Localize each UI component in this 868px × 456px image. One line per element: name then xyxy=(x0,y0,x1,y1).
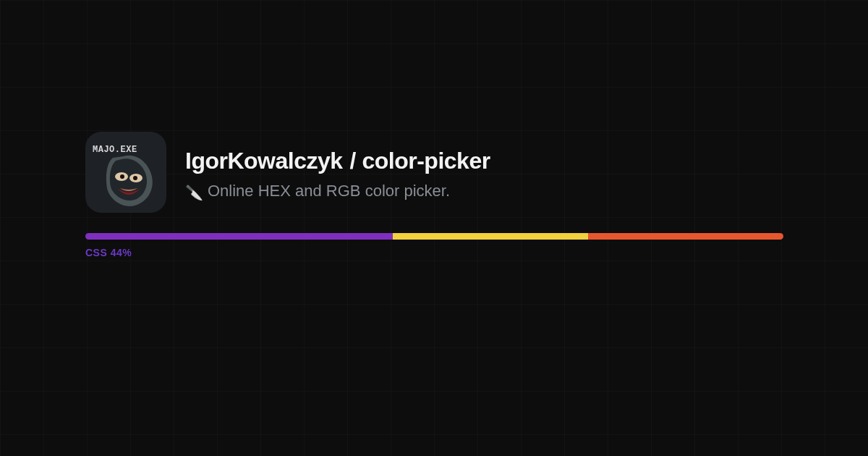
language-caption: CSS 44% xyxy=(85,247,783,258)
language-bar xyxy=(85,233,783,240)
balaclava-figure-icon xyxy=(101,153,158,210)
language-segment-css xyxy=(85,233,393,240)
repo-description-text: Online HEX and RGB color picker. xyxy=(208,182,450,200)
svg-point-3 xyxy=(133,176,137,180)
repo-slash: / xyxy=(350,148,357,174)
knife-emoji-icon: 🔪 xyxy=(185,184,203,201)
header-row: MAJO.EXE IgorKowalczyk / color-picker 🔪O… xyxy=(85,132,783,213)
repo-owner: IgorKowalczyk xyxy=(185,148,343,174)
repo-social-card: MAJO.EXE IgorKowalczyk / color-picker 🔪O… xyxy=(85,132,783,258)
language-caption-name: CSS xyxy=(85,247,107,258)
repo-avatar: MAJO.EXE xyxy=(85,132,166,213)
title-and-description: IgorKowalczyk / color-picker 🔪Online HEX… xyxy=(185,143,490,201)
svg-point-2 xyxy=(120,174,124,179)
repo-name: color-picker xyxy=(362,148,490,174)
language-caption-percent: 44% xyxy=(111,247,132,258)
language-segment-js xyxy=(393,233,588,240)
language-segment-html xyxy=(588,233,783,240)
repo-description: 🔪Online HEX and RGB color picker. xyxy=(185,182,490,201)
repo-title: IgorKowalczyk / color-picker xyxy=(185,148,490,174)
